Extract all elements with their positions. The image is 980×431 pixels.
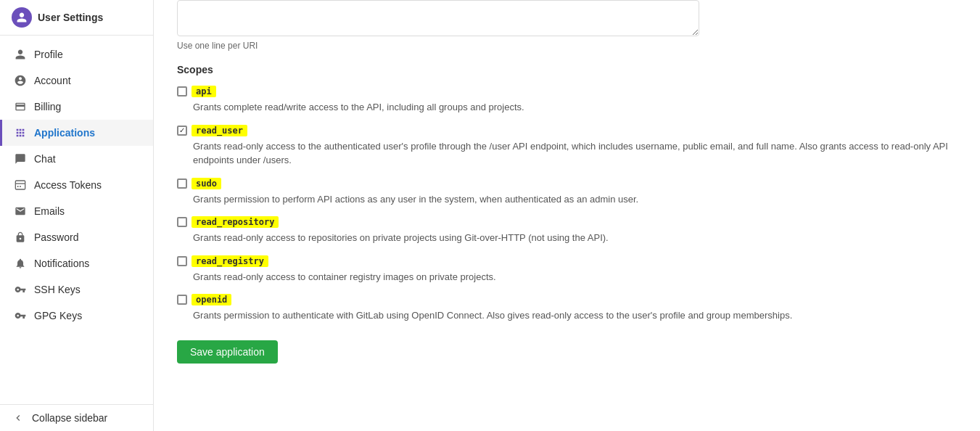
collapse-icon: [12, 411, 25, 424]
password-icon: [14, 231, 27, 244]
sidebar-item-chat[interactable]: Chat: [0, 146, 153, 172]
scope-sudo-tag: sudo: [192, 178, 221, 189]
sidebar-item-profile-label: Profile: [34, 49, 63, 60]
scope-read-user-tag: read_user: [192, 125, 247, 136]
sidebar-item-chat-label: Chat: [34, 153, 56, 165]
scope-read-registry-row: read_registry: [177, 255, 957, 267]
scope-api-checkbox[interactable]: [177, 86, 187, 97]
scope-item-openid: openid Grants permission to authenticate…: [177, 294, 957, 323]
collapse-sidebar-label: Collapse sidebar: [32, 412, 107, 424]
sidebar-item-emails-label: Emails: [34, 205, 65, 217]
scope-item-api: api Grants complete read/write access to…: [177, 86, 957, 115]
sidebar-item-applications[interactable]: Applications: [0, 120, 153, 146]
scope-read-repository-row: read_repository: [177, 216, 957, 228]
scope-sudo-checkbox[interactable]: [177, 178, 187, 189]
profile-icon: [14, 48, 27, 61]
sidebar-item-account-label: Account: [34, 75, 71, 86]
sidebar-item-password-label: Password: [34, 231, 78, 243]
scope-openid-tag: openid: [192, 294, 231, 305]
sidebar-item-password[interactable]: Password: [0, 224, 153, 250]
svg-rect-0: [15, 181, 25, 189]
scope-item-sudo: sudo Grants permission to perform API ac…: [177, 178, 957, 207]
scope-openid-description: Grants permission to authenticate with G…: [193, 308, 957, 323]
scope-read-user-checkbox[interactable]: [177, 126, 187, 136]
sidebar-item-gpg-keys-label: GPG Keys: [34, 310, 82, 321]
sidebar-item-access-tokens[interactable]: Access Tokens: [0, 172, 153, 198]
notifications-icon: [14, 257, 27, 270]
sidebar-title: User Settings: [38, 12, 103, 23]
sidebar-item-billing-label: Billing: [34, 101, 61, 112]
sidebar-item-notifications[interactable]: Notifications: [0, 250, 153, 276]
sidebar-navigation: Profile Account Billing: [0, 36, 153, 404]
scope-read-user-description: Grants read-only access to the authentic…: [193, 139, 957, 168]
redirect-uri-textarea[interactable]: [177, 0, 699, 36]
collapse-sidebar-button[interactable]: Collapse sidebar: [0, 404, 153, 431]
scope-sudo-row: sudo: [177, 178, 957, 189]
sidebar-item-access-tokens-label: Access Tokens: [34, 179, 102, 191]
scope-read-registry-checkbox[interactable]: [177, 256, 187, 266]
sidebar-item-emails[interactable]: Emails: [0, 198, 153, 224]
chat-icon: [14, 152, 27, 165]
sidebar-item-ssh-keys[interactable]: SSH Keys: [0, 276, 153, 303]
access-tokens-icon: [14, 178, 27, 192]
sidebar-item-applications-label: Applications: [34, 127, 95, 139]
scope-api-description: Grants complete read/write access to the…: [193, 100, 957, 115]
scope-api-tag: api: [192, 86, 216, 97]
account-icon: [14, 74, 27, 87]
applications-icon: [14, 126, 27, 139]
scope-openid-checkbox[interactable]: [177, 295, 187, 305]
scope-read-repository-description: Grants read-only access to repositories …: [193, 231, 957, 245]
sidebar-item-notifications-label: Notifications: [34, 258, 89, 269]
save-application-button[interactable]: Save application: [177, 340, 278, 364]
sidebar-item-profile[interactable]: Profile: [0, 41, 153, 67]
sidebar-header: User Settings: [0, 0, 153, 36]
scope-read-repository-checkbox[interactable]: [177, 217, 187, 227]
scope-item-read-repository: read_repository Grants read-only access …: [177, 216, 957, 245]
scope-openid-row: openid: [177, 294, 957, 305]
scope-sudo-description: Grants permission to perform API actions…: [193, 192, 957, 207]
main-content: Use one line per URI Scopes api Grants c…: [154, 0, 980, 431]
emails-icon: [14, 205, 27, 218]
sidebar-item-billing[interactable]: Billing: [0, 94, 153, 120]
sidebar: User Settings Profile Account: [0, 0, 154, 431]
scope-api-row: api: [177, 86, 957, 97]
sidebar-item-ssh-keys-label: SSH Keys: [34, 284, 81, 295]
redirect-uri-hint: Use one line per URI: [177, 41, 957, 51]
scope-item-read-user: read_user Grants read-only access to the…: [177, 125, 957, 168]
scope-read-registry-description: Grants read-only access to container reg…: [193, 270, 957, 284]
scope-read-repository-tag: read_repository: [192, 216, 279, 228]
scopes-label: Scopes: [177, 64, 957, 75]
billing-icon: [14, 100, 27, 113]
scope-item-read-registry: read_registry Grants read-only access to…: [177, 255, 957, 284]
scope-read-user-row: read_user: [177, 125, 957, 136]
ssh-keys-icon: [14, 283, 27, 296]
sidebar-item-gpg-keys[interactable]: GPG Keys: [0, 303, 153, 329]
user-avatar-icon: [12, 7, 32, 28]
sidebar-item-account[interactable]: Account: [0, 67, 153, 94]
scope-read-registry-tag: read_registry: [192, 255, 268, 267]
gpg-keys-icon: [14, 309, 27, 322]
